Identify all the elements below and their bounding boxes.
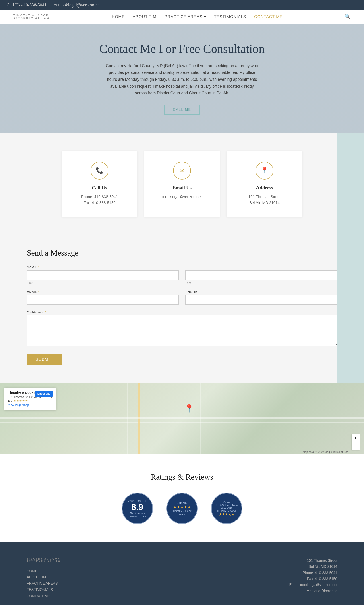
map-directions-link[interactable]: Map and Directions [306,589,337,593]
nav-links: HOME ABOUT TIM PRACTICE AREAS ▾ TESTIMON… [112,14,283,19]
top-bar: Call Us 410-838-5041 ✉ tcooklegal@verizo… [0,0,364,10]
footer-nav-home[interactable]: HOME [27,569,205,573]
email-link[interactable]: tcooklegal@verizon.net [58,2,101,7]
superb-stars: ★★★★★ [173,505,191,510]
map-pin: 📍 [184,404,194,413]
footer-phone: Phone: 410-838-5041 [218,570,337,576]
road-h2 [0,422,364,423]
footer-nav-contact[interactable]: CONTACT ME [27,594,205,598]
directions-button[interactable]: Directions [35,391,53,397]
card-call-fax: Fax: 410-838-5150 [70,200,129,206]
teal-accent-2 [337,235,364,383]
location-icon: 📍 [256,162,273,180]
card-address: 📍 Address 101 Thomas Street Bel Air, MD … [227,151,302,217]
superb-label: Superb [177,501,187,505]
card-call-phone: Phone: 410-838-5041 [70,194,129,200]
hero-content: Contact Me For Free Consultation Contact… [100,42,265,115]
footer-email-link[interactable]: tcooklegal@verizon.net [300,583,337,587]
call-me-button[interactable]: CALL ME [164,104,200,115]
nav-about[interactable]: ABOUT TIM [133,14,156,19]
ratings-title: Ratings & Reviews [27,472,337,482]
map-section: 📍 Directions Timothy A Cook Law Office 1… [0,383,364,454]
footer-map-link[interactable]: Map and Directions [218,588,337,594]
site-logo: TIMOTHY A. COOK ATTORNEY AT LAW [13,14,50,19]
phone-input[interactable] [185,295,337,305]
footer-fax: Fax: 410-838-5150 [218,576,337,582]
zoom-out-button[interactable]: − [351,442,360,450]
last-name-input[interactable] [185,270,337,280]
email-input[interactable] [27,295,179,305]
card-address-title: Address [235,185,294,191]
card-email-address: tcooklegal@verizon.net [153,194,211,200]
clients-sublabel: Clients' Choice Award 2016-2019 [212,504,242,509]
form-section-title: Send a Message [27,248,337,257]
phone-group: PHONE [185,290,337,305]
submit-button[interactable]: SUBMIT [27,354,62,365]
rating-number: 5.0 [8,399,12,402]
avvo-label: Avvo Rating [129,499,146,502]
card-address-line2: Bel Air, MD 21014 [235,200,294,206]
cards-section: 📞 Call Us Phone: 410-838-5041 Fax: 410-8… [0,133,364,235]
badge-clients: Avvo Clients' Choice Award 2016-2019 Tim… [211,493,242,524]
footer-nav-about[interactable]: ABOUT TIM [27,575,205,579]
first-label: First [27,281,179,284]
main-nav: TIMOTHY A. COOK ATTORNEY AT LAW HOME ABO… [0,10,364,24]
nav-contact[interactable]: CONTACT ME [254,14,283,19]
email-label: EMAIL * [27,290,179,294]
superb-brand: Avvo [179,513,185,516]
footer-address-line2: Bel Air, MD 21014 [218,564,337,569]
footer-address-line1: 101 Thomas Street [218,557,337,564]
first-name-input[interactable] [27,270,179,280]
avvo-name: Timothy A. Cook [129,515,146,518]
phone-icon: 📞 [91,162,108,180]
message-label: MESSAGE * [27,310,337,314]
email-group: EMAIL * [27,290,179,305]
search-icon[interactable]: 🔍 [345,14,351,20]
card-email-title: Email Us [153,185,211,191]
email-icon: ✉ [173,162,191,180]
badges-row: Avvo Rating 8.9 Top Attorney Timothy A. … [27,493,337,524]
hero-title: Contact Me For Free Consultation [100,42,265,56]
message-row: MESSAGE * [27,310,337,346]
avvo-score: 8.9 [131,502,143,512]
main-road-h [0,417,364,419]
phone-label: PHONE [185,290,337,294]
name-row: NAME * First Last [27,266,337,284]
message-textarea[interactable] [27,315,337,346]
email-phone-row: EMAIL * PHONE [27,290,337,305]
phone-label: Call Us 410-838-5041 [7,2,47,8]
footer-nav-testimonials[interactable]: TESTIMONIALS [27,588,205,592]
nav-practice[interactable]: PRACTICE AREAS ▾ [165,14,206,19]
map-rating: 5.0 ★★★★★ [8,399,52,403]
last-label-spacer [185,266,337,269]
cards-wrapper: 📞 Call Us Phone: 410-838-5041 Fax: 410-8… [27,151,337,217]
nav-testimonials[interactable]: TESTIMONIALS [214,14,246,19]
view-larger-map-link[interactable]: View larger map [8,403,29,407]
ratings-section: Ratings & Reviews Avvo Rating 8.9 Top At… [0,454,364,542]
clients-name: Timothy A. Cook [217,509,236,512]
teal-accent [337,133,364,235]
clients-stars: ★★★★★ [219,512,234,516]
first-name-group: NAME * First [27,266,179,284]
footer-right: 101 Thomas Street Bel Air, MD 21014 Phon… [218,557,337,600]
zoom-in-button[interactable]: + [351,434,360,442]
footer-logo: TIMOTHY A. COOK ATTORNEY AT LAW [27,557,205,562]
map-controls: + − [351,434,360,450]
map-footer-text: Map data ©2022 Google Terms of Use [303,451,348,454]
footer-email: Email: tcooklegal@verizon.net [218,582,337,588]
avvo-sublabel: Top Attorney [130,512,145,515]
footer: TIMOTHY A. COOK ATTORNEY AT LAW HOME ABO… [0,542,364,605]
superb-sublabel: Timothy & Cook [173,510,192,513]
card-call-title: Call Us [70,185,129,191]
road-h3 [0,437,364,437]
last-name-group: Last [185,266,337,284]
clients-brand: Avvo [223,501,230,504]
message-group: MESSAGE * [27,310,337,346]
card-call: 📞 Call Us Phone: 410-838-5041 Fax: 410-8… [62,151,137,217]
footer-left: TIMOTHY A. COOK ATTORNEY AT LAW HOME ABO… [27,557,205,600]
email-label: ✉ tcooklegal@verizon.net [53,2,101,8]
footer-nav-practice[interactable]: PRACTICE AREAS [27,582,205,586]
nav-home[interactable]: HOME [112,14,125,19]
hero-description: Contact my Harford County, MD (Bel Air) … [104,63,260,97]
rating-stars: ★★★★★ [13,399,28,402]
